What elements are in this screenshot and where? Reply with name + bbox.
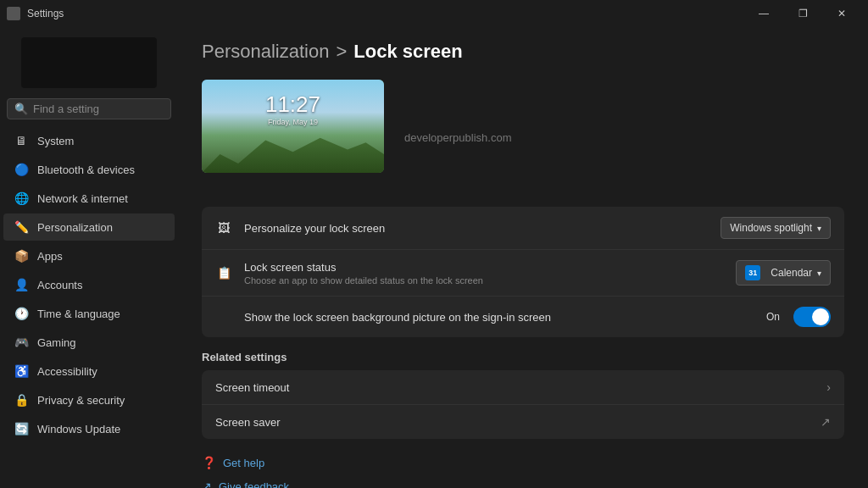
toggle-on-label: On (766, 311, 780, 323)
sidebar: 🔍 🖥 System 🔵 Bluetooth & devices 🌐 Netwo… (0, 27, 178, 488)
sidebar-item-label: Bluetooth & devices (37, 164, 135, 176)
setting-lock-status: 📋 Lock screen status Choose an app to sh… (202, 250, 844, 297)
calendar-icon: 31 (745, 265, 760, 280)
related-screen-timeout[interactable]: Screen timeout › (202, 370, 844, 405)
network-icon: 🌐 (14, 191, 29, 206)
status-dropdown[interactable]: 31 Calendar ▾ (736, 260, 831, 286)
time-icon: 🕐 (14, 306, 29, 321)
sidebar-item-gaming[interactable]: 🎮 Gaming (3, 329, 175, 356)
sidebar-item-label: Windows Update (37, 423, 120, 435)
personalize-value: Windows spotlight (730, 222, 812, 234)
gaming-icon: 🎮 (14, 335, 29, 350)
chevron-down-icon: ▾ (817, 269, 821, 278)
sidebar-item-label: Network & internet (37, 192, 128, 205)
footer-links: ❓ Get help ↗ Give feedback (202, 452, 844, 488)
status-value: Calendar (771, 267, 812, 279)
search-box[interactable]: 🔍 (7, 98, 171, 119)
sidebar-item-label: Personalization (37, 221, 113, 234)
close-button[interactable]: ✕ (822, 0, 861, 27)
sidebar-item-label: System (37, 135, 74, 147)
related-settings-title: Related settings (202, 351, 844, 363)
sidebar-item-label: Time & language (37, 308, 120, 320)
breadcrumb-separator: > (336, 41, 347, 63)
watermark-area: developerpublish.com (404, 130, 511, 144)
sidebar-item-system[interactable]: 🖥 System (3, 127, 175, 154)
sidebar-item-label: Accounts (37, 279, 82, 291)
apps-icon: 📦 (14, 248, 29, 263)
titlebar: Settings — ❐ ✕ (0, 0, 868, 27)
sidebar-item-label: Apps (37, 250, 63, 263)
privacy-icon: 🔒 (14, 392, 29, 408)
app-body: 🔍 🖥 System 🔵 Bluetooth & devices 🌐 Netwo… (0, 27, 868, 488)
preview-date: Friday, May 19 (202, 118, 384, 126)
external-link-icon: ↗ (821, 415, 831, 429)
preview-overlay: 11:27 Friday, May 19 (202, 92, 384, 126)
chevron-down-icon: ▾ (817, 224, 821, 233)
personalize-control[interactable]: Windows spotlight ▾ (721, 217, 831, 239)
breadcrumb: Personalization > Lock screen (202, 41, 844, 63)
titlebar-title: Settings (27, 8, 64, 19)
search-input[interactable] (33, 103, 175, 115)
watermark-text: developerpublish.com (404, 131, 511, 144)
sidebar-item-apps[interactable]: 📦 Apps (3, 242, 175, 269)
feedback-icon: ↗ (202, 480, 212, 488)
setting-text-signin: Show the lock screen background picture … (215, 311, 754, 324)
avatar (21, 37, 157, 88)
app-icon (7, 7, 20, 20)
signin-toggle-area[interactable]: On (766, 307, 831, 327)
search-icon: 🔍 (14, 103, 28, 115)
preview-area: 11:27 Friday, May 19 developerpublish.co… (202, 80, 844, 190)
bluetooth-icon: 🔵 (14, 162, 29, 177)
sidebar-item-network[interactable]: 🌐 Network & internet (3, 185, 175, 212)
restore-button[interactable]: ❐ (783, 0, 822, 27)
get-help-label: Get help (223, 457, 264, 469)
get-help-link[interactable]: ❓ Get help (202, 452, 844, 473)
setting-text-status: Lock screen status Choose an app to show… (244, 261, 724, 286)
screen-saver-label: Screen saver (215, 416, 821, 429)
accessibility-icon: ♿ (14, 363, 29, 379)
status-control[interactable]: 31 Calendar ▾ (736, 260, 831, 286)
toggle-thumb (812, 308, 829, 325)
sidebar-item-label: Gaming (37, 336, 76, 349)
related-settings-panel: Screen timeout › Screen saver ↗ (202, 370, 844, 439)
accounts-icon: 👤 (14, 277, 29, 292)
screen-timeout-label: Screen timeout (215, 381, 826, 394)
sidebar-item-update[interactable]: 🔄 Windows Update (3, 415, 175, 442)
sidebar-item-time[interactable]: 🕐 Time & language (3, 300, 175, 327)
sidebar-item-personalization[interactable]: ✏️ Personalization (3, 214, 175, 241)
minimize-button[interactable]: — (744, 0, 783, 27)
titlebar-left: Settings (7, 7, 64, 20)
update-icon: 🔄 (14, 421, 29, 436)
personalize-dropdown[interactable]: Windows spotlight ▾ (721, 217, 831, 239)
sidebar-item-privacy[interactable]: 🔒 Privacy & security (3, 386, 175, 413)
setting-bg-signin: Show the lock screen background picture … (202, 297, 844, 337)
preview-time: 11:27 (202, 92, 384, 118)
lock-screen-icon: 🖼 (215, 219, 232, 236)
breadcrumb-current: Lock screen (353, 41, 462, 63)
sidebar-item-accounts[interactable]: 👤 Accounts (3, 271, 175, 298)
help-icon: ❓ (202, 456, 216, 469)
main-content: Personalization > Lock screen 11:27 Frid… (178, 27, 868, 488)
settings-panel: 🖼 Personalize your lock screen Windows s… (202, 207, 844, 337)
sidebar-item-accessibility[interactable]: ♿ Accessibility (3, 358, 175, 385)
give-feedback-label: Give feedback (219, 480, 289, 489)
sidebar-item-label: Privacy & security (37, 394, 125, 407)
sidebar-item-label: Accessibility (37, 365, 97, 378)
lock-screen-preview: 11:27 Friday, May 19 (202, 80, 384, 173)
sidebar-item-bluetooth[interactable]: 🔵 Bluetooth & devices (3, 156, 175, 183)
status-icon: 📋 (215, 264, 232, 281)
system-icon: 🖥 (14, 133, 29, 148)
signin-toggle[interactable] (793, 307, 831, 327)
breadcrumb-parent[interactable]: Personalization (202, 41, 329, 63)
setting-label-personalize: Personalize your lock screen (244, 222, 709, 235)
titlebar-controls: — ❐ ✕ (744, 0, 861, 27)
setting-personalize-lock: 🖼 Personalize your lock screen Windows s… (202, 207, 844, 250)
related-screen-saver[interactable]: Screen saver ↗ (202, 405, 844, 439)
give-feedback-link[interactable]: ↗ Give feedback (202, 476, 844, 488)
personalization-icon: ✏️ (14, 219, 29, 235)
chevron-right-icon: › (826, 380, 831, 394)
